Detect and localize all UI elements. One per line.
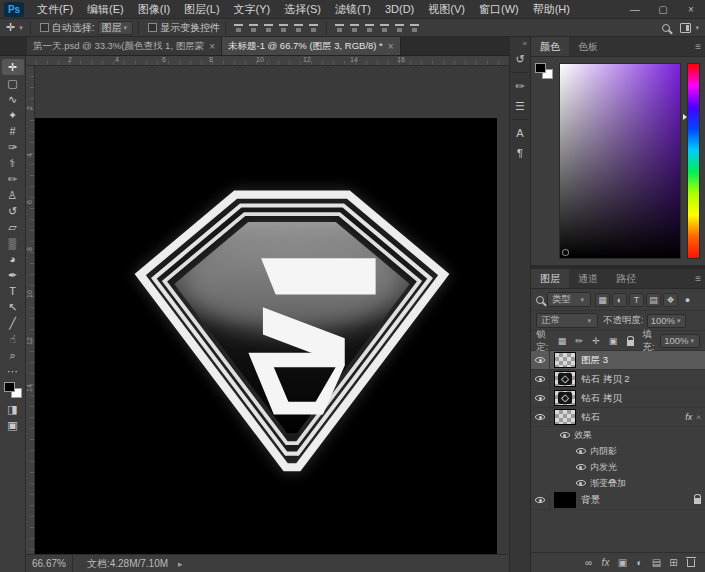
quick-selection-tool[interactable]: ✦ [2,107,24,123]
effect-row[interactable]: 渐变叠加 [531,475,705,491]
menubar-item-9[interactable]: 窗口(W) [472,0,526,18]
effects-header-row[interactable]: 效果 [531,427,705,443]
adjustment-layer-icon[interactable]: ◐ [631,557,648,568]
path-selection-tool[interactable]: ↖ [2,299,24,315]
auto-select-checkbox[interactable] [40,23,49,32]
delete-layer-icon[interactable] [682,559,699,567]
new-layer-icon[interactable]: ⊞ [665,557,682,568]
align-bottom-edges-icon[interactable] [262,22,275,34]
foreground-background-swatches[interactable] [4,382,22,398]
menubar-item-0[interactable]: 文件(F) [30,0,80,18]
layer-thumbnail[interactable] [554,390,576,406]
lock-position-icon[interactable]: ✛ [589,334,604,348]
visibility-toggle[interactable] [555,427,574,443]
align-left-edges-icon[interactable] [277,22,290,34]
crop-tool[interactable]: # [2,123,24,139]
character-panel-icon[interactable]: A [511,124,529,142]
maximize-button[interactable]: ▢ [649,0,677,18]
tab-color[interactable]: 颜色 [531,37,569,56]
distribute-left-icon[interactable] [378,22,391,34]
pasteboard[interactable] [35,66,509,554]
history-icon[interactable]: ↺ [511,50,529,68]
menubar-item-1[interactable]: 编辑(E) [80,0,131,18]
filter-toggle-icon[interactable]: ● [680,293,695,307]
caret-down-icon[interactable]: ▾ [695,24,699,32]
status-options-arrow-icon[interactable]: ▸ [178,559,183,569]
add-layer-mask-icon[interactable]: ▣ [614,557,631,568]
brush-panel-icon[interactable]: ✏ [511,77,529,95]
tab-paths[interactable]: 路径 [607,269,645,288]
foreground-color-swatch[interactable] [535,63,546,73]
layer-thumbnail[interactable] [554,352,576,368]
menubar-item-2[interactable]: 图像(I) [131,0,177,18]
visibility-toggle[interactable] [531,370,550,388]
foreground-color-swatch[interactable] [4,382,15,392]
zoom-tool[interactable]: ⌕ [2,347,24,363]
zoom-level-field[interactable]: 66.67% [26,555,73,572]
layer-effects-badge[interactable]: fx [685,412,694,422]
auto-select-dropdown[interactable]: 图层 ▾ [98,21,134,35]
horizontal-ruler[interactable]: 246810121416 [26,56,509,66]
minimize-button[interactable]: — [621,0,649,18]
fill-field[interactable]: 100% ▾ [660,334,700,348]
distribute-vcenter-icon[interactable] [348,22,361,34]
caret-down-icon[interactable]: ▾ [19,24,23,32]
distribute-right-icon[interactable] [408,22,421,34]
menubar-item-5[interactable]: 选择(S) [277,0,328,18]
eyedropper-tool[interactable]: ✑ [2,139,24,155]
line-tool[interactable]: ╱ [2,315,24,331]
layer-row[interactable]: 钻石fx˄ [531,408,705,427]
lasso-tool[interactable]: ∿ [2,91,24,107]
layer-filter-type-dropdown[interactable]: 类型 ▾ [547,292,591,307]
menubar-item-8[interactable]: 视图(V) [421,0,472,18]
brush-settings-icon[interactable]: ☰ [511,97,529,115]
layer-row[interactable]: 钻石 拷贝 [531,389,705,408]
visibility-toggle[interactable] [531,389,550,407]
document-tab-0[interactable]: 第一天.psd @ 33.3%(颜色查找 1, 图层蒙版/8) *× [27,37,222,55]
clone-stamp-tool[interactable]: ♙ [2,187,24,203]
filter-smart-objects-icon[interactable]: ❖ [663,293,678,307]
panel-menu-icon[interactable]: ≡ [695,37,705,56]
layer-thumbnail[interactable] [554,409,576,425]
layer-row[interactable]: 图层 3 [531,351,705,370]
link-layers-icon[interactable]: ∞ [580,557,597,568]
screen-mode-icon[interactable]: ▣ [2,417,24,433]
close-button[interactable]: × [677,0,705,18]
lock-artboard-icon[interactable]: ▣ [606,334,621,348]
filter-pixel-layers-icon[interactable]: ▦ [595,293,610,307]
quick-mask-icon[interactable]: ◨ [2,401,24,417]
visibility-toggle[interactable] [531,351,550,369]
pen-tool[interactable]: ✒ [2,267,24,283]
menubar-item-7[interactable]: 3D(D) [378,0,421,18]
align-horizontal-centers-icon[interactable] [292,22,305,34]
align-vertical-centers-icon[interactable] [247,22,260,34]
layer-thumbnail[interactable] [554,371,576,387]
healing-brush-tool[interactable]: ⚕ [2,155,24,171]
history-brush-tool[interactable]: ↺ [2,203,24,219]
workspace-switcher-icon[interactable] [680,23,691,33]
hue-slider-marker[interactable] [683,114,687,120]
distribute-top-icon[interactable] [333,22,346,34]
visibility-toggle[interactable] [531,491,550,509]
lock-image-pixels-icon[interactable]: ✏ [572,334,587,348]
opacity-field[interactable]: 100% ▾ [647,314,687,328]
tab-channels[interactable]: 通道 [569,269,607,288]
collapse-effects-icon[interactable]: ˄ [696,413,701,422]
visibility-toggle[interactable] [571,459,590,475]
align-top-edges-icon[interactable] [232,22,245,34]
dodge-tool[interactable]: ◕ [2,251,24,267]
menubar-item-4[interactable]: 文字(Y) [227,0,278,18]
menubar-item-3[interactable]: 图层(L) [177,0,226,18]
new-group-icon[interactable]: ▤ [648,557,665,568]
lock-transparent-pixels-icon[interactable]: ▦ [555,334,570,348]
align-right-edges-icon[interactable] [307,22,320,34]
layer-row[interactable]: 背景 [531,491,705,510]
visibility-toggle[interactable] [571,475,590,491]
layer-thumbnail[interactable] [554,492,576,508]
visibility-toggle[interactable] [531,408,550,426]
distribute-bottom-icon[interactable] [363,22,376,34]
expand-panels-icon[interactable]: « [523,39,527,48]
hue-slider[interactable] [687,63,700,259]
visibility-toggle[interactable] [571,443,590,459]
eraser-tool[interactable]: ▱ [2,219,24,235]
